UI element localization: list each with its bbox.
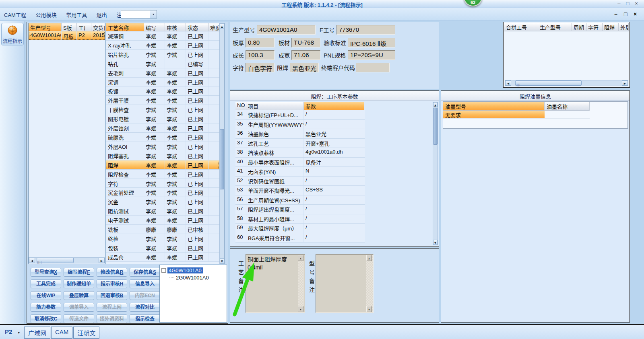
mdi-restore-button[interactable]: □ xyxy=(621,11,630,17)
table-row[interactable]: 53单面开窗不掏曝光...CS+SS xyxy=(235,186,365,195)
action-button[interactable]: 指示检查 xyxy=(130,314,160,323)
menu-exit[interactable]: 退出 xyxy=(93,8,111,18)
table-row[interactable]: 阻焊检查李斌李斌已上网 xyxy=(106,170,219,179)
table-row[interactable]: 无要求 xyxy=(443,111,627,119)
mdi-minimize-button[interactable]: – xyxy=(612,11,620,17)
silkscreen-field[interactable]: 白色字符 xyxy=(246,63,275,72)
menu-common-tools[interactable]: 常用工具 xyxy=(62,8,91,18)
table-row[interactable]: 56生产周期位置(CS+SS)/ xyxy=(235,195,365,205)
combobox-dropdown-button[interactable]: ▾ xyxy=(150,10,157,18)
table-row[interactable]: 字符李斌李斌已上网 xyxy=(106,179,219,188)
action-button[interactable]: 编写流程F xyxy=(64,268,94,277)
table-row[interactable]: 外层干膜李斌李斌已上网 xyxy=(106,96,219,105)
model-list-hscrollbar[interactable]: ◀ |||| ▶ xyxy=(29,257,105,263)
column-header[interactable]: 字符 xyxy=(586,23,603,31)
table-row[interactable]: 铝片钻孔李斌李斌已上网 xyxy=(106,50,219,59)
table-row[interactable]: 40最小导体表面阻焊...见备注 xyxy=(235,158,365,167)
table-row[interactable]: 硫脲洗李斌李斌已上网 xyxy=(106,133,219,142)
material-field[interactable]: TU-768 xyxy=(291,38,320,47)
model-remark-textarea[interactable]: ▲ ▼ xyxy=(316,254,374,313)
factory-selector[interactable]: P2 ▾ xyxy=(5,328,20,335)
table-row[interactable]: 沉铜李斌李斌已上网 xyxy=(106,78,219,87)
action-button[interactable]: 保存信息S xyxy=(130,268,160,277)
mdi-close-button[interactable]: × xyxy=(631,11,639,17)
column-header[interactable]: 项目 xyxy=(246,102,304,110)
table-row[interactable]: 成品仓李斌李斌已上网 xyxy=(106,253,219,262)
scroll-right-button[interactable]: ▶ xyxy=(622,80,628,86)
scroll-up-button[interactable]: ▲ xyxy=(220,24,224,29)
column-header[interactable]: S板 xyxy=(62,23,77,31)
action-button[interactable]: 型号查询X xyxy=(31,268,61,277)
status-tab-cam[interactable]: CAM xyxy=(51,327,72,339)
scrollbar-thumb[interactable] xyxy=(433,108,438,145)
table-row[interactable]: 图形电镀李斌李斌已上网 xyxy=(106,114,219,123)
table-row[interactable]: 4G0W1001A0母板P22015, xyxy=(29,31,105,40)
table-row[interactable]: 沉金李斌李斌已上网 xyxy=(106,197,219,206)
column-header[interactable]: 编写 xyxy=(144,23,165,31)
scrollbar-thumb[interactable]: |||| xyxy=(515,80,582,86)
action-button[interactable]: 工具完成 xyxy=(31,279,61,288)
table-row[interactable]: 电子测试李斌李斌已上网 xyxy=(106,216,219,225)
menu-cam-engineering[interactable]: CAM工程 xyxy=(0,8,30,18)
action-button[interactable]: 能力参数 xyxy=(31,303,61,312)
table-row[interactable]: 38挡油点菲林4g0w1001a0.dh xyxy=(235,148,365,158)
table-row[interactable]: 钻孔李斌已编写 xyxy=(106,59,219,68)
column-header[interactable]: 工艺名称 xyxy=(106,23,144,31)
table-row[interactable]: 35生产周期(YYWW/WWYY)/ xyxy=(235,120,365,129)
column-header[interactable]: 参数 xyxy=(304,102,364,110)
column-header[interactable]: 生产型号 xyxy=(29,23,62,31)
width-field[interactable]: 71.06 xyxy=(291,50,320,60)
scroll-right-button[interactable]: ▶ xyxy=(99,258,105,263)
scroll-down-button[interactable]: ▼ xyxy=(220,258,224,263)
restore-button[interactable]: □ xyxy=(624,0,631,6)
scroll-up-button[interactable]: ▲ xyxy=(298,255,303,261)
model-field[interactable]: 4G0W1001A0 xyxy=(257,25,316,35)
column-header[interactable]: 周期 xyxy=(572,23,586,31)
scroll-up-button[interactable]: ▲ xyxy=(433,102,438,107)
table-row[interactable]: 阻焊塞孔李斌李斌已上网 xyxy=(106,151,219,160)
length-field[interactable]: 100.3 xyxy=(246,50,275,60)
endcustomer-field[interactable] xyxy=(356,63,390,72)
table-row[interactable]: 铣板廖康廖康已审核 xyxy=(106,225,219,234)
merge-hscrollbar[interactable]: ◀ |||| ▶ xyxy=(505,80,628,86)
action-button[interactable]: 叠层验算 xyxy=(64,291,94,300)
remark-vscrollbar[interactable]: ▲ ▼ xyxy=(298,255,304,312)
column-header[interactable]: NO xyxy=(235,102,246,110)
column-header[interactable]: 工厂 xyxy=(77,23,91,31)
action-button[interactable]: 取消修改C xyxy=(31,314,61,323)
table-row[interactable]: 阻焊李斌李斌已上网 xyxy=(106,160,219,170)
action-button[interactable]: 修改信息R xyxy=(97,268,127,277)
table-row[interactable]: 59最大阻焊厚度（μm）/ xyxy=(235,224,365,233)
tree-child-label[interactable]: 2G0W1001A0 xyxy=(175,275,210,281)
table-row[interactable]: 干膜检查李斌李斌已上网 xyxy=(106,105,219,114)
remark-vscrollbar[interactable]: ▲ ▼ xyxy=(366,255,373,312)
table-row[interactable]: 58基材上的最小阻焊.../ xyxy=(235,214,365,224)
table-row[interactable]: 减薄铜李斌李斌已上网 xyxy=(106,31,219,41)
status-tab-wan[interactable]: 广域网 xyxy=(24,327,50,339)
tree-child-item[interactable]: 2G0W1001A0 xyxy=(161,274,226,281)
column-header[interactable]: 合拼工号 xyxy=(504,23,538,31)
scrollbar-thumb[interactable] xyxy=(220,129,224,189)
process-remark-textarea[interactable]: 铜面上阻焊厚度 0.4mil ▲ ▼ xyxy=(246,254,305,313)
table-row[interactable]: 41无卤素(Y/N)N xyxy=(235,167,365,177)
standard-field[interactable]: IPC-6016 Ⅱ级 xyxy=(348,38,395,47)
eno-field[interactable]: 773670 xyxy=(336,25,395,35)
minimize-button[interactable]: – xyxy=(615,0,623,6)
scroll-left-button[interactable]: ◀ xyxy=(29,258,35,263)
scroll-left-button[interactable]: ◀ xyxy=(505,80,511,86)
scroll-up-button[interactable]: ▲ xyxy=(366,255,372,261)
status-tab-user[interactable]: 汪朝文 xyxy=(73,327,99,339)
table-row[interactable]: 34快捷标记(FP+UL+D.../ xyxy=(235,110,365,120)
quick-select-combobox[interactable]: ▾ xyxy=(121,10,157,18)
table-row[interactable]: 52识别码位置图纸/ xyxy=(235,177,365,186)
column-header[interactable]: 交货日 xyxy=(91,23,105,31)
action-button[interactable]: 回退审核B xyxy=(97,291,127,300)
column-header[interactable]: 油墨名称 xyxy=(545,102,590,111)
table-row[interactable]: 36油墨颜色黑色亚光 xyxy=(235,129,365,139)
pnl-field[interactable]: 1P=20S=9U xyxy=(348,50,395,60)
column-header[interactable]: 状态 xyxy=(186,23,208,31)
tree-root-item[interactable]: − 4G0W1001A0 xyxy=(161,267,226,274)
action-button[interactable]: 流程对比 xyxy=(130,303,160,312)
table-row[interactable]: 去毛刺李斌李斌已上网 xyxy=(106,68,219,78)
column-header[interactable]: 阻焊 xyxy=(603,23,619,31)
